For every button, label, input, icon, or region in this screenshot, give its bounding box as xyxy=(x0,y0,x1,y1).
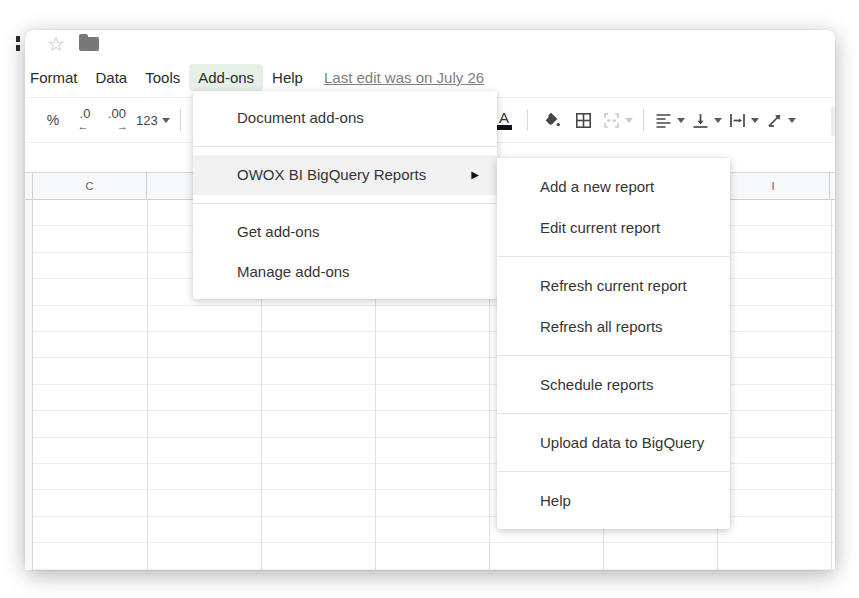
text-rotation-button[interactable] xyxy=(765,105,796,135)
submenu-item-schedule-reports[interactable]: Schedule reports xyxy=(497,364,730,405)
submenu-item-add-new-report[interactable]: Add a new report xyxy=(497,166,730,207)
submenu-arrow-icon: ▶ xyxy=(471,155,479,195)
horizontal-align-icon xyxy=(654,111,673,130)
row-header-corner xyxy=(25,173,33,199)
toolbar-divider xyxy=(180,109,181,131)
menu-data[interactable]: Data xyxy=(87,64,137,91)
increase-decimal-icon: .00 → xyxy=(108,108,126,132)
toolbar-edge-control xyxy=(831,106,835,136)
sheets-window: ☆ Format Data Tools Add-ons Help Last ed… xyxy=(25,30,835,570)
row-header-strip xyxy=(25,200,33,570)
decrease-decimal-button[interactable]: .0 ← xyxy=(72,105,98,135)
chevron-down-icon xyxy=(714,118,722,123)
menu-divider xyxy=(193,146,497,147)
menu-divider xyxy=(193,203,497,204)
number-format-button[interactable]: 123 xyxy=(136,105,170,135)
decrease-decimal-icon: .0 ← xyxy=(80,108,91,132)
menu-format[interactable]: Format xyxy=(21,64,87,91)
fill-color-button[interactable] xyxy=(538,105,564,135)
percent-format-button[interactable]: % xyxy=(40,105,66,135)
star-icon[interactable]: ☆ xyxy=(47,32,65,56)
toolbar-divider xyxy=(643,109,644,131)
number-format-icon: 123 xyxy=(136,113,158,128)
vertical-align-icon xyxy=(691,111,710,130)
menu-divider xyxy=(497,256,730,257)
chevron-down-icon xyxy=(751,118,759,123)
menu-addons[interactable]: Add-ons xyxy=(189,64,263,91)
increase-decimal-button[interactable]: .00 → xyxy=(104,105,130,135)
text-wrap-icon xyxy=(728,111,747,130)
merge-cells-icon xyxy=(602,111,621,130)
borders-icon xyxy=(574,111,593,130)
last-edit-link[interactable]: Last edit was on July 26 xyxy=(324,69,484,86)
move-folder-icon[interactable] xyxy=(79,37,99,51)
gridline-vertical xyxy=(147,200,148,570)
menu-item-get-addons[interactable]: Get add-ons xyxy=(193,212,497,252)
fill-color-icon xyxy=(542,111,561,130)
column-header-c[interactable]: C xyxy=(33,173,147,199)
toolbar-divider xyxy=(527,109,528,131)
gridline-vertical xyxy=(831,200,832,570)
chevron-down-icon xyxy=(625,118,633,123)
menu-item-manage-addons[interactable]: Manage add-ons xyxy=(193,252,497,292)
vertical-align-button[interactable] xyxy=(691,105,722,135)
menu-divider xyxy=(497,355,730,356)
submenu-item-refresh-all-reports[interactable]: Refresh all reports xyxy=(497,306,730,347)
menu-item-label: OWOX BI BigQuery Reports xyxy=(237,166,426,183)
menu-item-document-addons[interactable]: Document add-ons xyxy=(193,98,497,138)
text-wrap-button[interactable] xyxy=(728,105,759,135)
menu-divider xyxy=(497,413,730,414)
cropped-text-fragment xyxy=(16,36,20,53)
merge-cells-button[interactable] xyxy=(602,105,633,135)
text-rotation-icon xyxy=(765,111,784,130)
text-color-icon: A xyxy=(496,111,512,130)
chevron-down-icon xyxy=(162,118,170,123)
chevron-down-icon xyxy=(677,118,685,123)
chevron-down-icon xyxy=(788,118,796,123)
submenu-item-edit-current-report[interactable]: Edit current report xyxy=(497,207,730,248)
menu-item-owox-bigquery-reports[interactable]: OWOX BI BigQuery Reports ▶ xyxy=(193,155,497,195)
submenu-item-help[interactable]: Help xyxy=(497,480,730,521)
menu-tools[interactable]: Tools xyxy=(136,64,189,91)
borders-button[interactable] xyxy=(570,105,596,135)
horizontal-align-button[interactable] xyxy=(654,105,685,135)
screenshot-stage: ☆ Format Data Tools Add-ons Help Last ed… xyxy=(0,0,859,598)
column-header-i[interactable]: I xyxy=(717,173,830,199)
percent-icon: % xyxy=(47,112,59,128)
menu-divider xyxy=(497,471,730,472)
submenu-item-refresh-current-report[interactable]: Refresh current report xyxy=(497,265,730,306)
addons-dropdown-menu: Document add-ons OWOX BI BigQuery Report… xyxy=(193,91,497,299)
owox-submenu: Add a new report Edit current report Ref… xyxy=(497,158,730,529)
title-row: ☆ xyxy=(25,30,835,58)
submenu-item-upload-data-bigquery[interactable]: Upload data to BigQuery xyxy=(497,422,730,463)
menu-help[interactable]: Help xyxy=(263,64,312,91)
